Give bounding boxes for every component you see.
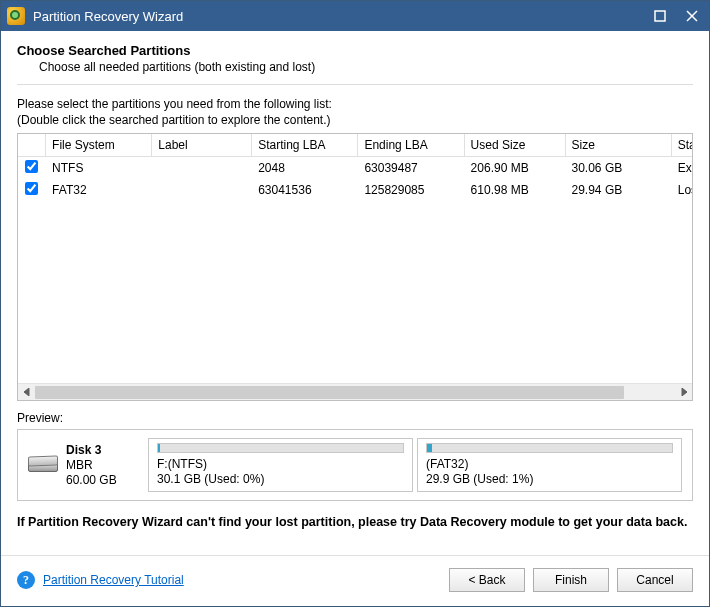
usage-bar: [426, 443, 673, 453]
cell-used: 610.98 MB: [464, 179, 565, 201]
table-row[interactable]: NTFS204863039487206.90 MB30.06 GBExistin…: [18, 157, 692, 180]
maximize-button[interactable]: [651, 7, 669, 25]
recovery-note: If Partition Recovery Wizard can't find …: [17, 515, 693, 529]
partition-detail: 29.9 GB (Used: 1%): [426, 472, 673, 487]
cell-slba: 2048: [252, 157, 358, 180]
svg-rect-0: [655, 11, 665, 21]
footer: ? Partition Recovery Tutorial < Back Fin…: [1, 555, 709, 592]
cancel-button[interactable]: Cancel: [617, 568, 693, 592]
col-status[interactable]: Status: [671, 134, 692, 157]
row-checkbox[interactable]: [25, 182, 38, 195]
cell-status: Existing: [671, 157, 692, 180]
finish-button[interactable]: Finish: [533, 568, 609, 592]
cell-elba: 125829085: [358, 179, 464, 201]
cell-used: 206.90 MB: [464, 157, 565, 180]
svg-marker-3: [24, 388, 29, 396]
help-icon[interactable]: ?: [17, 571, 35, 589]
col-filesystem[interactable]: File System: [46, 134, 152, 157]
instruction-line-1: Please select the partitions you need fr…: [17, 97, 693, 111]
scroll-left-icon[interactable]: [18, 385, 35, 400]
preview-label: Preview:: [17, 411, 693, 425]
usage-bar: [157, 443, 404, 453]
row-checkbox[interactable]: [25, 160, 38, 173]
page-subheading: Choose all needed partitions (both exist…: [39, 60, 693, 74]
titlebar: Partition Recovery Wizard: [1, 1, 709, 31]
scrollbar-thumb[interactable]: [35, 386, 624, 399]
col-ending-lba[interactable]: Ending LBA: [358, 134, 464, 157]
instruction-line-2: (Double click the searched partition to …: [17, 113, 693, 127]
back-button[interactable]: < Back: [449, 568, 525, 592]
scroll-right-icon[interactable]: [675, 385, 692, 400]
cell-label: [152, 179, 252, 201]
tutorial-link[interactable]: Partition Recovery Tutorial: [43, 573, 184, 587]
col-starting-lba[interactable]: Starting LBA: [252, 134, 358, 157]
page-heading: Choose Searched Partitions: [17, 43, 693, 58]
partition-detail: 30.1 GB (Used: 0%): [157, 472, 404, 487]
table-row[interactable]: FAT3263041536125829085610.98 MB29.94 GBL…: [18, 179, 692, 201]
cell-size: 30.06 GB: [565, 157, 671, 180]
disk-scheme: MBR: [66, 458, 117, 473]
col-label[interactable]: Label: [152, 134, 252, 157]
disk-name: Disk 3: [66, 443, 117, 458]
window-title: Partition Recovery Wizard: [33, 9, 651, 24]
cell-elba: 63039487: [358, 157, 464, 180]
col-checkbox: [18, 134, 46, 157]
disk-icon: [28, 456, 58, 474]
col-size[interactable]: Size: [565, 134, 671, 157]
cell-slba: 63041536: [252, 179, 358, 201]
disk-summary: Disk 3 MBR 60.00 GB: [28, 438, 138, 492]
disk-size: 60.00 GB: [66, 473, 117, 488]
partition-title: F:(NTFS): [157, 457, 404, 472]
close-button[interactable]: [683, 7, 701, 25]
app-icon: [7, 7, 25, 25]
col-used-size[interactable]: Used Size: [464, 134, 565, 157]
preview-box: Disk 3 MBR 60.00 GB F:(NTFS)30.1 GB (Use…: [17, 429, 693, 501]
cell-label: [152, 157, 252, 180]
svg-marker-4: [682, 388, 687, 396]
divider: [17, 84, 693, 85]
horizontal-scrollbar[interactable]: [18, 383, 692, 400]
cell-fs: FAT32: [46, 179, 152, 201]
partition-table: File System Label Starting LBA Ending LB…: [17, 133, 693, 401]
cell-size: 29.94 GB: [565, 179, 671, 201]
cell-fs: NTFS: [46, 157, 152, 180]
partition-title: (FAT32): [426, 457, 673, 472]
partition-preview[interactable]: (FAT32)29.9 GB (Used: 1%): [417, 438, 682, 492]
cell-status: Lost/Deleted: [671, 179, 692, 201]
partition-preview[interactable]: F:(NTFS)30.1 GB (Used: 0%): [148, 438, 413, 492]
